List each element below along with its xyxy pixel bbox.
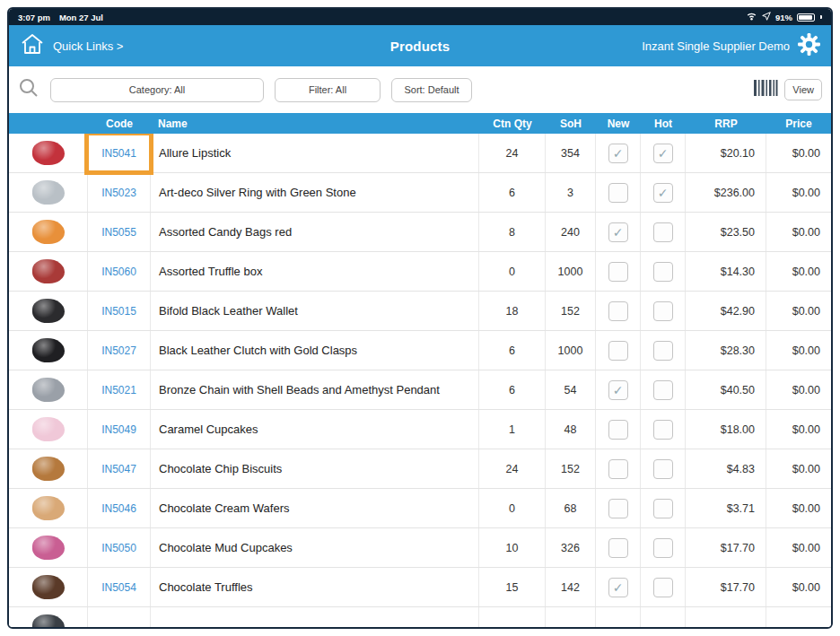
- product-name: Chocolate Truffles: [151, 568, 479, 606]
- product-code-link[interactable]: IN5046: [101, 502, 136, 515]
- new-checkbox[interactable]: [608, 262, 628, 282]
- new-cell: ✓: [596, 134, 641, 172]
- barcode-scan-icon[interactable]: [753, 79, 778, 100]
- sort-dropdown[interactable]: Sort: Default: [391, 78, 472, 102]
- soh-value: 326: [546, 528, 596, 567]
- quick-links-button[interactable]: Quick Links >: [53, 39, 123, 53]
- hot-cell: [641, 489, 686, 527]
- empty-cell: [479, 607, 546, 627]
- new-checkbox[interactable]: ✓: [608, 144, 628, 163]
- product-code-link[interactable]: IN5055: [101, 226, 136, 239]
- home-icon[interactable]: [20, 32, 45, 59]
- soh-value: 48: [546, 410, 596, 449]
- product-code-cell: IN5015: [88, 292, 151, 330]
- hot-checkbox[interactable]: ✓: [653, 144, 673, 163]
- table-row[interactable]: IN5021Bronze Chain with Shell Beads and …: [9, 370, 831, 410]
- table-row[interactable]: IN5054Chocolate Truffles15142✓$17.70$0.0…: [9, 568, 831, 607]
- new-checkbox[interactable]: [608, 499, 628, 518]
- screenshot-page: 3:07 pm Mon 27 Jul 91%: [0, 0, 840, 636]
- hot-cell: [641, 292, 686, 330]
- new-checkbox[interactable]: [608, 459, 628, 479]
- view-button[interactable]: View: [784, 79, 822, 100]
- status-time: 3:07 pm: [18, 13, 50, 22]
- product-name: Bronze Chain with Shell Beads and Amethy…: [151, 370, 479, 409]
- ctn-qty-value: 8: [479, 213, 546, 251]
- product-code-link[interactable]: IN5054: [101, 581, 136, 594]
- product-code-link[interactable]: IN5021: [101, 384, 136, 396]
- table-row[interactable]: IN5049Caramel Cupcakes148$18.00$0.00: [9, 410, 831, 449]
- new-cell: [596, 410, 641, 449]
- product-code-link[interactable]: IN5050: [101, 542, 136, 554]
- rrp-value: $236.00: [686, 173, 766, 212]
- new-checkbox[interactable]: [608, 341, 628, 361]
- hot-cell: [641, 331, 686, 370]
- new-checkbox[interactable]: ✓: [608, 222, 628, 242]
- new-checkbox[interactable]: [608, 183, 628, 203]
- product-code-link[interactable]: IN5023: [101, 187, 136, 199]
- hot-checkbox[interactable]: [653, 578, 673, 597]
- product-image-cell: [9, 370, 88, 409]
- table-row[interactable]: IN5023Art-deco Silver Ring with Green St…: [9, 173, 831, 213]
- table-row[interactable]: IN5015Bifold Black Leather Wallet18152$4…: [9, 292, 831, 331]
- battery-icon: [797, 13, 815, 22]
- hot-checkbox[interactable]: [653, 538, 673, 558]
- hot-cell: [641, 370, 686, 409]
- table-row[interactable]: IN5046Chocolate Cream Wafers068$3.71$0.0…: [9, 489, 831, 528]
- product-code-cell: IN5021: [88, 370, 151, 409]
- hot-checkbox[interactable]: ✓: [653, 183, 673, 203]
- status-bar: 3:07 pm Mon 27 Jul 91%: [9, 9, 831, 25]
- product-code-link[interactable]: IN5015: [101, 305, 136, 318]
- settings-gear-icon[interactable]: [798, 33, 820, 58]
- hot-checkbox[interactable]: [653, 341, 673, 361]
- soh-value: 1000: [546, 252, 596, 291]
- new-checkbox[interactable]: [608, 301, 628, 321]
- product-code-link[interactable]: IN5060: [101, 266, 136, 278]
- location-arrow-icon: [762, 12, 771, 22]
- column-header-price: Price: [766, 118, 831, 130]
- rrp-value: $20.10: [686, 134, 766, 172]
- new-cell: [596, 528, 641, 567]
- column-header-hot: Hot: [641, 118, 686, 130]
- table-row[interactable]: IN5027Black Leather Clutch with Gold Cla…: [9, 331, 831, 370]
- table-row[interactable]: IN5055Assorted Candy Bags red8240✓$23.50…: [9, 213, 831, 252]
- product-name: Black Leather Clutch with Gold Clasps: [151, 331, 479, 370]
- product-code-link[interactable]: IN5041: [101, 147, 136, 160]
- filter-dropdown[interactable]: Filter: All: [275, 78, 381, 102]
- product-code-cell: IN5055: [88, 213, 151, 251]
- account-name-label: Inzant Single Supplier Demo: [642, 39, 790, 53]
- wifi-icon: [746, 12, 757, 22]
- hot-checkbox[interactable]: [653, 222, 673, 242]
- table-row[interactable]: IN5060Assorted Truffle box01000$14.30$0.…: [9, 252, 831, 292]
- new-checkbox[interactable]: [608, 420, 628, 440]
- price-value: $0.00: [766, 173, 831, 212]
- hot-checkbox[interactable]: [653, 262, 673, 282]
- product-name: Art-deco Silver Ring with Green Stone: [151, 173, 479, 212]
- hot-checkbox[interactable]: [653, 459, 673, 479]
- column-header-name: Name: [151, 118, 479, 130]
- filter-toolbar: Category: All Filter: All Sort: Default: [9, 66, 831, 113]
- table-row[interactable]: [9, 607, 831, 627]
- status-time-date: 3:07 pm Mon 27 Jul: [18, 13, 103, 22]
- rrp-value: $3.71: [686, 489, 766, 527]
- new-cell: [596, 252, 641, 291]
- hot-checkbox[interactable]: [653, 301, 673, 321]
- table-row[interactable]: IN5047Chocolate Chip Biscuits24152$4.83$…: [9, 449, 831, 489]
- table-row[interactable]: IN5050Chocolate Mud Cupcakes10326$17.70$…: [9, 528, 831, 568]
- product-code-link[interactable]: IN5027: [101, 344, 136, 357]
- new-checkbox[interactable]: ✓: [608, 578, 628, 597]
- ctn-qty-value: 0: [479, 252, 546, 291]
- hot-checkbox[interactable]: [653, 499, 673, 518]
- table-row[interactable]: IN5041Allure Lipstick24354✓✓$20.10$0.00: [9, 134, 831, 173]
- new-checkbox[interactable]: [608, 538, 628, 558]
- new-cell: ✓: [596, 568, 641, 606]
- search-icon[interactable]: [18, 77, 39, 102]
- product-code-link[interactable]: IN5049: [101, 423, 136, 436]
- new-checkbox[interactable]: ✓: [608, 380, 628, 400]
- column-header-ctn-qty: Ctn Qty: [479, 118, 546, 130]
- truffles-image: [32, 575, 65, 599]
- product-code-cell: IN5047: [88, 449, 151, 488]
- hot-checkbox[interactable]: [653, 420, 673, 440]
- hot-checkbox[interactable]: [653, 380, 673, 400]
- category-dropdown[interactable]: Category: All: [50, 78, 264, 102]
- product-code-link[interactable]: IN5047: [101, 463, 136, 475]
